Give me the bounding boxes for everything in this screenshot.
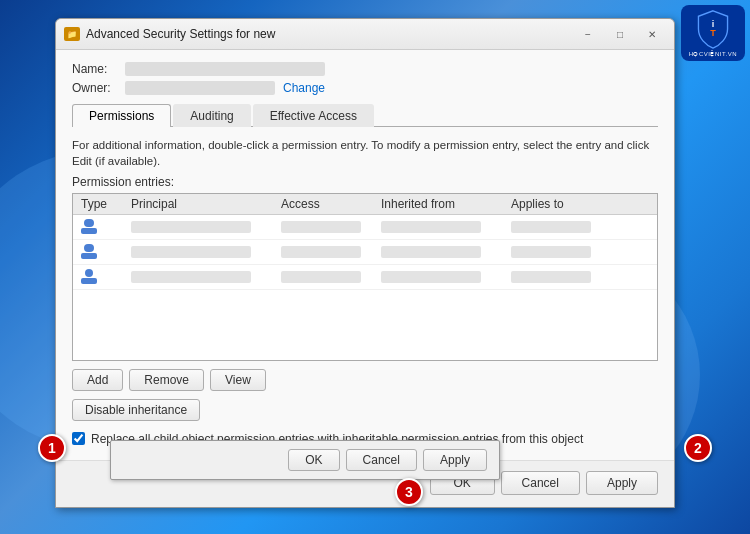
row2-applies [503,240,657,265]
logo: i T HỌCVIỆNIT.VN [681,5,745,61]
svg-text:T: T [710,28,716,38]
window-controls: − □ ✕ [574,25,666,43]
svg-rect-4 [84,244,94,252]
logo-brand: HỌCVIỆNIT.VN [689,50,737,57]
name-row: Name: [72,62,658,76]
owner-label: Owner: [72,81,117,95]
svg-rect-2 [84,219,94,227]
name-label: Name: [72,62,117,76]
table-row[interactable] [73,240,657,265]
row3-inherited [373,265,503,290]
user-icon [81,218,97,234]
row3-principal [123,265,273,290]
permission-table-wrapper: Type Principal Access Inherited from App… [72,193,658,361]
dialog-content: Name: Owner: Change Permissions Auditing… [56,50,674,460]
tabs-container: Permissions Auditing Effective Access [72,103,658,127]
row3-applies [503,265,657,290]
svg-rect-5 [81,253,97,259]
row1-applies [503,215,657,240]
row3-access [273,265,373,290]
folder-icon: 📁 [64,27,80,41]
background-dialog: OK Cancel Apply [110,440,500,480]
add-button[interactable]: Add [72,369,123,391]
svg-rect-3 [81,228,97,234]
cancel-button[interactable]: Cancel [501,471,580,495]
permission-table: Type Principal Access Inherited from App… [73,194,657,290]
remove-button[interactable]: Remove [129,369,204,391]
owner-value [125,81,275,95]
title-bar: 📁 Advanced Security Settings for new − □… [56,19,674,50]
row1-inherited [373,215,503,240]
row2-inherited [373,240,503,265]
permission-entries-label: Permission entries: [72,175,658,189]
bg-cancel-button[interactable]: Cancel [346,449,417,471]
view-button[interactable]: View [210,369,266,391]
col-access: Access [273,194,373,215]
title-bar-left: 📁 Advanced Security Settings for new [64,27,275,41]
inherit-row: Disable inheritance [72,399,658,421]
maximize-button[interactable]: □ [606,25,634,43]
disable-inheritance-button[interactable]: Disable inheritance [72,399,200,421]
close-button[interactable]: ✕ [638,25,666,43]
row2-principal [123,240,273,265]
replace-permissions-checkbox[interactable] [72,432,85,445]
row1-type [73,215,123,240]
row1-access [273,215,373,240]
change-link[interactable]: Change [283,81,325,95]
svg-point-6 [85,269,93,277]
table-row[interactable] [73,215,657,240]
annotation-3: 3 [395,478,423,506]
tab-auditing[interactable]: Auditing [173,104,250,127]
annotation-1: 1 [38,434,66,462]
row3-type [73,265,123,290]
row2-access [273,240,373,265]
annotation-2: 2 [684,434,712,462]
empty-area [73,290,657,360]
main-dialog: 📁 Advanced Security Settings for new − □… [55,18,675,508]
tab-permissions[interactable]: Permissions [72,104,171,127]
row2-type [73,240,123,265]
apply-button[interactable]: Apply [586,471,658,495]
user-icon [81,268,97,284]
col-principal: Principal [123,194,273,215]
bg-ok-button[interactable]: OK [288,449,339,471]
col-applies: Applies to [503,194,657,215]
col-inherited: Inherited from [373,194,503,215]
minimize-button[interactable]: − [574,25,602,43]
row1-principal [123,215,273,240]
user-icon [81,243,97,259]
name-value [125,62,325,76]
action-buttons-row: Add Remove View [72,369,658,391]
bg-apply-button[interactable]: Apply [423,449,487,471]
window-title: Advanced Security Settings for new [86,27,275,41]
col-type: Type [73,194,123,215]
description-text: For additional information, double-click… [72,137,658,169]
tab-effective-access[interactable]: Effective Access [253,104,374,127]
svg-rect-7 [81,278,97,284]
table-row[interactable] [73,265,657,290]
owner-row: Owner: Change [72,81,658,95]
